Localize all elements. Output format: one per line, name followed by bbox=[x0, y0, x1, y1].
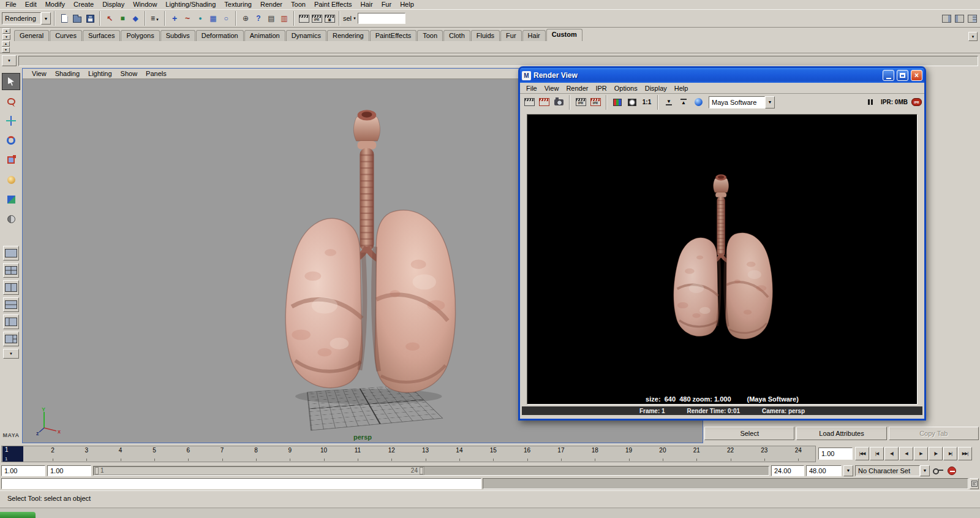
snap-to-curves-button[interactable]: ~ bbox=[181, 12, 194, 25]
menu-item[interactable]: Paint Effects bbox=[310, 0, 356, 9]
select-button[interactable]: Select bbox=[704, 427, 794, 440]
show-manipulator-tool-button[interactable] bbox=[2, 191, 20, 208]
shelf-tab-hair[interactable]: Hair bbox=[522, 30, 546, 41]
soft-modification-tool-button[interactable] bbox=[2, 171, 20, 188]
viewport-menu-item[interactable]: Shading bbox=[51, 69, 84, 79]
shelf-tab-surfaces[interactable]: Surfaces bbox=[83, 30, 120, 41]
range-slider-track[interactable]: 1 24 bbox=[93, 466, 769, 476]
viewport-menu-item[interactable]: Show bbox=[116, 69, 142, 79]
shelf-scroll-up-button[interactable]: ▲ bbox=[2, 41, 10, 47]
time-slider-frame[interactable]: 8 bbox=[239, 446, 273, 462]
redo-previous-ipr-render-button[interactable]: IPR bbox=[589, 96, 602, 109]
redo-render-button[interactable] bbox=[522, 96, 536, 109]
snap-to-points-button[interactable]: ● bbox=[194, 12, 206, 25]
play-forwards-button[interactable]: ▶ bbox=[914, 447, 928, 460]
time-slider-frame[interactable]: 16 bbox=[510, 446, 544, 462]
time-slider-frame[interactable]: 7 bbox=[205, 446, 239, 462]
renderer-value[interactable]: Maya Software bbox=[709, 96, 765, 109]
time-slider-frame[interactable]: 13 bbox=[409, 446, 442, 462]
range-end-handle[interactable] bbox=[420, 467, 423, 474]
time-slider-frame[interactable]: 15 bbox=[477, 446, 510, 462]
menu-set-value[interactable]: Rendering bbox=[2, 12, 41, 25]
step-back-one-key-button[interactable]: ◀| bbox=[884, 447, 899, 460]
menu-item[interactable]: Window bbox=[129, 0, 161, 9]
time-slider[interactable]: 1234567891011121314151617181920212223241… bbox=[1, 446, 816, 462]
shelf-scroll-down-button[interactable]: ▼ bbox=[2, 47, 10, 53]
go-to-playback-start-button[interactable]: |◀◀ bbox=[855, 447, 869, 460]
lasso-select-tool-button[interactable] bbox=[2, 93, 20, 110]
character-set-dropdown-icon[interactable]: ▼ bbox=[920, 465, 930, 476]
shelf-tab-cloth[interactable]: Cloth bbox=[443, 30, 470, 41]
shelf-tab-up-button[interactable]: ▲ bbox=[2, 28, 10, 34]
time-slider-frame[interactable]: 6 bbox=[172, 446, 205, 462]
menu-item[interactable]: Texturing bbox=[220, 0, 256, 9]
remove-image-button[interactable]: ▲ bbox=[677, 96, 690, 109]
quick-select-dropdown-icon[interactable]: ▼ bbox=[353, 17, 356, 20]
time-slider-frame[interactable]: 22 bbox=[714, 446, 747, 462]
construction-history-toggle-button[interactable]: ⊕ bbox=[239, 12, 252, 25]
copy-tab-button[interactable]: Copy Tab bbox=[889, 427, 979, 440]
render-view-menu-item[interactable]: File bbox=[522, 83, 541, 94]
layout-three-pane-button[interactable] bbox=[3, 332, 19, 346]
go-to-playback-end-button[interactable]: ▶▶| bbox=[958, 447, 972, 460]
time-slider-frame[interactable]: 9 bbox=[273, 446, 307, 462]
snapshot-button[interactable] bbox=[552, 96, 565, 109]
time-slider-frame[interactable]: 17 bbox=[544, 446, 578, 462]
select-hierarchy-mode-button[interactable]: ↖ bbox=[104, 12, 116, 25]
shelf-menu-button[interactable]: ▼ bbox=[968, 32, 978, 41]
step-forward-one-frame-button[interactable]: ▶| bbox=[943, 447, 957, 460]
close-button[interactable]: × bbox=[911, 70, 922, 81]
start-button-sliver[interactable] bbox=[0, 512, 36, 518]
quick-select-input[interactable] bbox=[358, 13, 405, 24]
time-slider-frame[interactable]: 20 bbox=[646, 446, 679, 462]
select-component-mode-button[interactable]: ◆ bbox=[129, 12, 141, 25]
shelf-tab-fluids[interactable]: Fluids bbox=[471, 30, 500, 41]
new-scene-button[interactable] bbox=[58, 12, 70, 25]
toggle-channel-box-button[interactable] bbox=[966, 12, 978, 25]
step-back-one-frame-button[interactable]: |◀ bbox=[870, 447, 884, 460]
render-view-canvas[interactable]: size: 640 480 zoom: 1.000(Maya Software) bbox=[527, 114, 918, 405]
time-slider-frame[interactable]: 24 bbox=[782, 446, 815, 462]
menu-item[interactable]: Toon bbox=[287, 0, 310, 9]
alpha-channel-button[interactable] bbox=[625, 96, 639, 109]
select-object-mode-button[interactable]: ■ bbox=[116, 12, 129, 25]
layout-four-pane-button[interactable] bbox=[3, 263, 19, 278]
minimize-button[interactable] bbox=[883, 70, 894, 81]
layout-shortcuts-menu-button[interactable]: ▼ bbox=[3, 349, 19, 359]
pause-ipr-button[interactable] bbox=[864, 96, 877, 109]
shelf-tab-curves[interactable]: Curves bbox=[50, 30, 82, 41]
viewport-menu-item[interactable]: Lighting bbox=[84, 69, 116, 79]
time-slider-frame[interactable]: 5 bbox=[137, 446, 171, 462]
shelf-tab-down-button[interactable]: ▼ bbox=[2, 34, 10, 40]
layout-two-pane-side-button[interactable] bbox=[3, 280, 19, 295]
save-scene-button[interactable] bbox=[84, 12, 96, 25]
snap-to-grids-button[interactable]: + bbox=[168, 12, 181, 25]
menu-item[interactable]: Modify bbox=[41, 0, 69, 9]
time-slider-frame[interactable]: 4 bbox=[104, 446, 137, 462]
time-slider-frame[interactable]: 21 bbox=[680, 446, 714, 462]
keep-image-button[interactable]: ▼ bbox=[662, 96, 676, 109]
shelf-tab-general[interactable]: General bbox=[14, 30, 49, 41]
open-render-globals-button[interactable] bbox=[692, 96, 705, 109]
current-frame-indicator[interactable]: 11 bbox=[2, 446, 23, 462]
range-options-button[interactable]: ▼ bbox=[843, 465, 853, 476]
render-view-titlebar[interactable]: M Render View × bbox=[520, 68, 924, 83]
menu-item[interactable]: Help bbox=[396, 0, 418, 9]
layout-two-pane-stacked-button[interactable] bbox=[3, 297, 19, 312]
layout-side-column-button[interactable] bbox=[3, 314, 19, 329]
shelf-tab-dynamics[interactable]: Dynamics bbox=[286, 30, 326, 41]
menu-item[interactable]: Fur bbox=[377, 0, 396, 9]
render-view-menu-item[interactable]: Render bbox=[562, 83, 592, 94]
rgb-channels-button[interactable] bbox=[611, 96, 624, 109]
shelf-tab-subdivs[interactable]: Subdivs bbox=[160, 30, 195, 41]
shelf-tab-fur[interactable]: Fur bbox=[500, 30, 522, 41]
current-time-field[interactable] bbox=[818, 448, 853, 460]
render-view-menu-item[interactable]: IPR bbox=[592, 83, 610, 94]
open-scene-button[interactable] bbox=[71, 12, 83, 25]
viewport-menu-item[interactable]: Panels bbox=[141, 69, 171, 79]
shelf-tab-custom[interactable]: Custom bbox=[546, 29, 582, 41]
menu-item[interactable]: File bbox=[1, 0, 21, 9]
menu-item[interactable]: Display bbox=[98, 0, 129, 9]
shelf-tab-painteffects[interactable]: PaintEffects bbox=[370, 30, 417, 41]
move-tool-button[interactable] bbox=[2, 112, 20, 129]
